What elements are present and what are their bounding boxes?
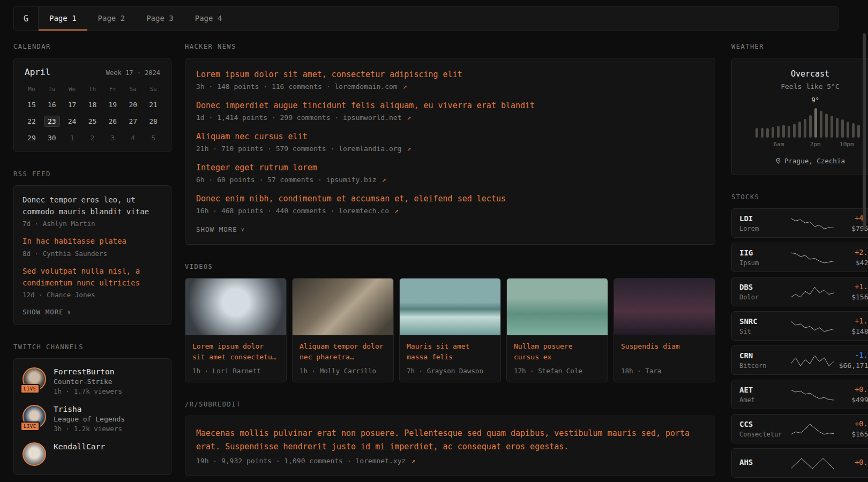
channel-name[interactable]: ForrestBurton <box>54 367 122 376</box>
subreddit-card: Maecenas mollis pulvinar erat non posuer… <box>185 416 715 476</box>
hn-item-meta: 21h · 710 points · 579 comments · loreml… <box>196 145 704 153</box>
weather-bar <box>841 119 844 138</box>
calendar-day-header: Su <box>143 82 163 96</box>
calendar-day[interactable]: 15 <box>21 96 42 113</box>
rss-item-title[interactable]: In hac habitasse platea <box>23 236 162 247</box>
stock-row[interactable]: SNRC Sit +1.36% $148.64 <box>731 311 868 341</box>
video-thumbnail[interactable] <box>400 278 500 335</box>
video-title[interactable]: Aliquam tempor dolor nec pharetra… <box>300 341 386 363</box>
calendar-day[interactable]: 1 <box>62 130 83 146</box>
calendar-day[interactable]: 21 <box>143 96 163 113</box>
subreddit-post-title[interactable]: Maecenas mollis pulvinar erat non posuer… <box>196 427 704 454</box>
rss-item-title[interactable]: Donec tempor eros leo, ut commodo mauris… <box>23 194 162 217</box>
calendar-day[interactable]: 30 <box>42 130 62 146</box>
twitch-channel-row[interactable]: LIVE Trisha League of Legends 3h · 1.2k … <box>23 405 162 433</box>
video-thumbnail[interactable] <box>507 278 608 335</box>
twitch-channel-row[interactable]: LIVE ForrestBurton Counter-Strike 1h · 1… <box>23 367 162 395</box>
video-card[interactable]: Suspendis diam 18h · Tara <box>613 278 715 382</box>
columns: CALENDAR April Week 17 · 2024 MoTuWeThFr… <box>13 43 839 482</box>
calendar-widget: CALENDAR April Week 17 · 2024 MoTuWeThFr… <box>13 43 171 152</box>
stock-price: $42.04 <box>834 259 868 267</box>
video-card[interactable]: Nullam posuere cursus ex 17h · Stefan Co… <box>506 278 608 382</box>
stock-sparkline <box>791 284 834 300</box>
video-title[interactable]: Nullam posuere cursus ex <box>514 341 601 363</box>
channel-meta: 1h · 1.7k viewers <box>54 387 122 395</box>
calendar-day[interactable]: 27 <box>123 113 143 130</box>
calendar-day-selected[interactable]: 23 <box>42 113 62 130</box>
twitch-channel-row[interactable]: KendallCarr <box>23 442 162 466</box>
stock-row[interactable]: IIG Ipsum +2.84% $42.04 <box>731 243 868 272</box>
calendar-day[interactable]: 2 <box>83 130 103 146</box>
stock-row[interactable]: LDI Lorem +4.35% $795.18 <box>731 208 868 238</box>
calendar-day[interactable]: 29 <box>21 130 42 146</box>
external-link-icon[interactable]: ↗ <box>381 176 386 184</box>
stock-sparkline <box>791 250 834 266</box>
video-title[interactable]: Mauris sit amet massa felis <box>407 341 493 363</box>
stock-row[interactable]: AHS +0.46% <box>731 448 868 478</box>
weather-widget: WEATHER Overcast Feels like 5°C 9° 6am2p… <box>731 43 868 175</box>
rss-show-more-button[interactable]: SHOW MORE ∨ <box>23 308 71 316</box>
videos-widget: VIDEOS Lorem ipsum dolor sit amet consec… <box>185 263 715 382</box>
channel-game: League of Legends <box>54 415 125 423</box>
video-title[interactable]: Lorem ipsum dolor sit amet consectetu… <box>192 341 279 363</box>
subreddit-widget: /R/SUBREDDIT Maecenas mollis pulvinar er… <box>185 401 715 476</box>
hn-item-meta-text: 3h · 148 points · 116 comments · loremdo… <box>196 82 398 91</box>
calendar-day[interactable]: 26 <box>102 113 123 130</box>
external-link-icon[interactable]: ↗ <box>407 145 411 153</box>
calendar-day[interactable]: 3 <box>102 130 123 146</box>
calendar-day[interactable]: 28 <box>143 113 163 130</box>
calendar-day[interactable]: 18 <box>83 96 103 113</box>
tab-page-1[interactable]: Page 1 <box>39 7 87 31</box>
hn-show-more-button[interactable]: SHOW MORE ∨ <box>196 225 245 234</box>
tab-page-3[interactable]: Page 3 <box>136 7 184 31</box>
video-card[interactable]: Mauris sit amet massa felis 7h · Grayson… <box>399 278 501 382</box>
hn-item-title[interactable]: Integer eget rutrum lorem <box>196 162 704 174</box>
weather-bar <box>820 111 822 138</box>
hn-item: Donec enim nibh, condimentum et accumsan… <box>196 193 704 215</box>
tab-page-2[interactable]: Page 2 <box>87 7 136 31</box>
hn-item-title[interactable]: Donec enim nibh, condimentum et accumsan… <box>196 193 704 205</box>
stocks-list: LDI Lorem +4.35% $795.18 IIG Ipsum <box>731 208 868 478</box>
video-thumbnail[interactable] <box>185 278 286 335</box>
calendar-widget-title: CALENDAR <box>13 43 171 50</box>
calendar-day-header: Th <box>83 82 103 96</box>
scrollbar-thumb[interactable] <box>863 33 866 230</box>
video-title[interactable]: Suspendis diam <box>621 341 708 363</box>
stock-row[interactable]: CRN Bitcorn -1.00% $66,171.48 <box>731 345 868 375</box>
external-link-icon[interactable]: ↗ <box>411 457 415 465</box>
stock-row[interactable]: DBS Dolor +1.42% $156.28 <box>731 277 868 306</box>
video-thumbnail[interactable] <box>293 278 393 335</box>
tab-page-4[interactable]: Page 4 <box>184 7 233 31</box>
channel-name[interactable]: KendallCarr <box>54 442 105 451</box>
external-link-icon[interactable]: ↗ <box>403 82 407 91</box>
video-card[interactable]: Aliquam tempor dolor nec pharetra… 1h · … <box>292 278 394 382</box>
external-link-icon[interactable]: ↗ <box>394 207 399 215</box>
calendar-day[interactable]: 19 <box>102 96 123 113</box>
videos-row: Lorem ipsum dolor sit amet consectetu… 1… <box>185 278 715 382</box>
calendar-day[interactable]: 22 <box>21 113 42 130</box>
hn-item-title[interactable]: Aliquam nec cursus elit <box>196 131 704 142</box>
external-link-icon[interactable]: ↗ <box>407 114 411 122</box>
hn-item-title[interactable]: Lorem ipsum dolor sit amet, consectetur … <box>196 69 704 80</box>
video-meta: 1h · Lori Barnett <box>192 367 279 375</box>
calendar-day[interactable]: 5 <box>143 130 163 146</box>
stock-ticker: IIG <box>739 248 791 257</box>
calendar-day[interactable]: 20 <box>123 96 143 113</box>
calendar-day[interactable]: 17 <box>62 96 83 113</box>
logo[interactable]: G <box>14 7 39 31</box>
hn-item-meta: 3h · 148 points · 116 comments · loremdo… <box>196 82 704 91</box>
video-card[interactable]: Lorem ipsum dolor sit amet consectetu… 1… <box>185 278 287 382</box>
calendar-day[interactable]: 16 <box>42 96 62 113</box>
rss-item-title[interactable]: Sed volutpat nulla nisl, a condimentum n… <box>23 266 162 289</box>
calendar-day[interactable]: 24 <box>62 113 83 130</box>
stock-row[interactable]: AET Amet +0.92% $499.72 <box>731 380 868 409</box>
stock-sparkline <box>791 387 834 403</box>
video-thumbnail[interactable] <box>614 278 715 335</box>
calendar-day[interactable]: 25 <box>83 113 103 130</box>
top-nav: G Page 1 Page 2 Page 3 Page 4 <box>13 6 839 31</box>
hn-item-title[interactable]: Donec imperdiet augue tincidunt felis al… <box>196 100 704 111</box>
channel-name[interactable]: Trisha <box>54 405 125 413</box>
video-meta: 1h · Molly Carrillo <box>300 367 386 375</box>
calendar-day[interactable]: 4 <box>123 130 143 146</box>
stock-row[interactable]: CCS Consectetur +0.51% $165.84 <box>731 414 868 443</box>
